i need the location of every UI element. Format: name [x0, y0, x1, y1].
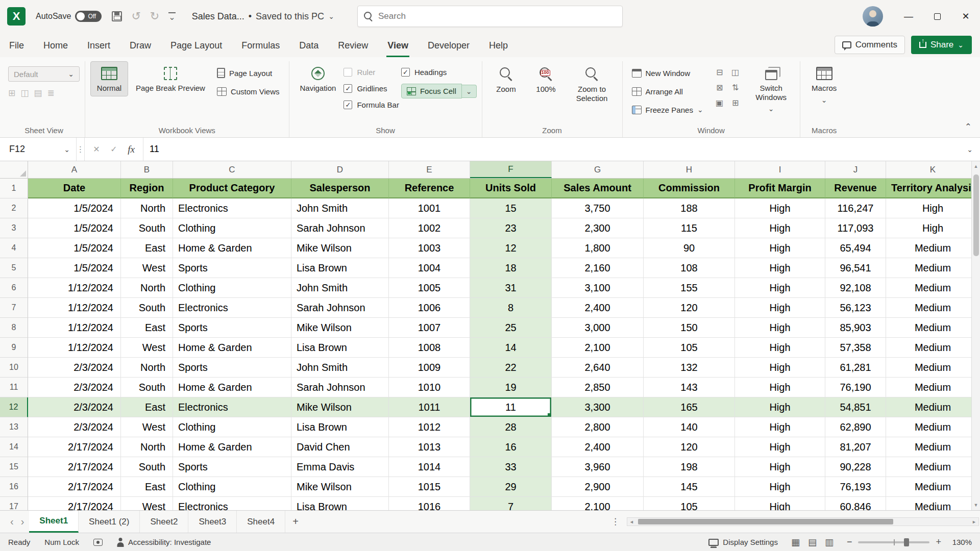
- cell-G15[interactable]: 3,960: [552, 457, 644, 477]
- cell-K1[interactable]: Territory Analysis: [886, 179, 980, 198]
- search-box[interactable]: [357, 6, 623, 27]
- redo-icon[interactable]: ↻: [150, 11, 159, 22]
- cell-G7[interactable]: 2,400: [552, 298, 644, 318]
- cell-I5[interactable]: High: [735, 258, 825, 278]
- cell-C3[interactable]: Clothing: [173, 218, 291, 238]
- cell-I12[interactable]: High: [735, 397, 825, 417]
- formula-input[interactable]: 11: [143, 138, 960, 161]
- zoom-out-icon[interactable]: −: [847, 537, 852, 547]
- cell-G17[interactable]: 2,100: [552, 497, 644, 510]
- cell-B5[interactable]: West: [121, 258, 173, 278]
- cell-J11[interactable]: 76,190: [825, 378, 886, 397]
- ribbon-tab-help[interactable]: Help: [488, 34, 509, 57]
- cell-A8[interactable]: 1/12/2024: [28, 318, 121, 338]
- cell-D5[interactable]: Lisa Brown: [291, 258, 389, 278]
- cell-A9[interactable]: 1/12/2024: [28, 338, 121, 358]
- cell-G4[interactable]: 1,800: [552, 238, 644, 258]
- cell-J5[interactable]: 96,541: [825, 258, 886, 278]
- cell-J17[interactable]: 60,846: [825, 497, 886, 510]
- cell-J1[interactable]: Revenue: [825, 179, 886, 198]
- next-sheet-icon[interactable]: ›: [21, 516, 24, 528]
- comments-button[interactable]: Comments: [835, 36, 905, 54]
- share-button[interactable]: Share ⌄: [911, 36, 972, 54]
- row-header-16[interactable]: 16: [0, 477, 28, 497]
- cell-E5[interactable]: 1004: [389, 258, 470, 278]
- cell-J10[interactable]: 61,281: [825, 358, 886, 378]
- cell-H3[interactable]: 115: [644, 218, 735, 238]
- cell-D9[interactable]: Lisa Brown: [291, 338, 389, 358]
- cell-A1[interactable]: Date: [28, 179, 121, 198]
- cell-J9[interactable]: 57,358: [825, 338, 886, 358]
- select-all-corner[interactable]: [0, 161, 28, 178]
- navigation-button[interactable]: Navigation: [295, 61, 342, 96]
- cell-K10[interactable]: Medium: [886, 358, 980, 378]
- document-title[interactable]: Sales Data... • Saved to this PC ⌄: [192, 11, 334, 22]
- cell-G5[interactable]: 2,160: [552, 258, 644, 278]
- cell-D3[interactable]: Sarah Johnson: [291, 218, 389, 238]
- cell-A6[interactable]: 1/12/2024: [28, 278, 121, 298]
- cell-A14[interactable]: 2/17/2024: [28, 437, 121, 457]
- row-header-8[interactable]: 8: [0, 318, 28, 338]
- horizontal-scrollbar[interactable]: ◄ ►: [627, 517, 979, 526]
- cell-C1[interactable]: Product Category: [173, 179, 291, 198]
- enter-icon[interactable]: ✓: [106, 142, 121, 157]
- ribbon-tab-developer[interactable]: Developer: [427, 34, 471, 57]
- ribbon-tab-view[interactable]: View: [386, 34, 409, 57]
- cell-E15[interactable]: 1014: [389, 457, 470, 477]
- cell-D13[interactable]: Lisa Brown: [291, 417, 389, 437]
- cell-G1[interactable]: Sales Amount: [552, 179, 644, 198]
- sheet-tab-sheet4[interactable]: Sheet4: [237, 511, 285, 533]
- insert-function-icon[interactable]: fx: [124, 142, 139, 157]
- cell-B15[interactable]: South: [121, 457, 173, 477]
- ribbon-tab-file[interactable]: File: [8, 34, 25, 57]
- cell-G9[interactable]: 2,100: [552, 338, 644, 358]
- cell-B13[interactable]: West: [121, 417, 173, 437]
- gridlines-checkbox[interactable]: ✓ Gridlines: [344, 82, 399, 95]
- row-header-9[interactable]: 9: [0, 338, 28, 358]
- scroll-right-icon[interactable]: ►: [970, 519, 978, 524]
- cell-C11[interactable]: Home & Garden: [173, 378, 291, 397]
- add-sheet-button[interactable]: +: [285, 511, 306, 533]
- view-side-by-side-icon[interactable]: ◫: [728, 65, 743, 79]
- cancel-icon[interactable]: ✕: [89, 142, 104, 157]
- cell-C5[interactable]: Sports: [173, 258, 291, 278]
- cell-J13[interactable]: 62,890: [825, 417, 886, 437]
- cell-K8[interactable]: Medium: [886, 318, 980, 338]
- scroll-down-icon[interactable]: ▼: [972, 500, 980, 510]
- cell-E12[interactable]: 1011: [389, 397, 470, 417]
- minimize-button[interactable]: —: [894, 0, 923, 33]
- keep-sheet-view-icon[interactable]: ⊞: [8, 88, 15, 98]
- cell-G8[interactable]: 3,000: [552, 318, 644, 338]
- ribbon-tab-formulas[interactable]: Formulas: [240, 34, 281, 57]
- scroll-left-icon[interactable]: ◄: [627, 519, 636, 524]
- cell-K13[interactable]: Medium: [886, 417, 980, 437]
- row-header-17[interactable]: 17: [0, 497, 28, 510]
- column-header-A[interactable]: A: [28, 161, 121, 178]
- cell-E10[interactable]: 1009: [389, 358, 470, 378]
- column-header-B[interactable]: B: [121, 161, 173, 178]
- cell-A5[interactable]: 1/5/2024: [28, 258, 121, 278]
- cell-C10[interactable]: Sports: [173, 358, 291, 378]
- cell-A16[interactable]: 2/17/2024: [28, 477, 121, 497]
- sheet-view-dropdown[interactable]: Default ⌄: [8, 66, 80, 82]
- focus-cell-button[interactable]: Focus Cell: [401, 84, 462, 98]
- row-header-15[interactable]: 15: [0, 457, 28, 477]
- cell-K4[interactable]: Medium: [886, 238, 980, 258]
- cell-I15[interactable]: High: [735, 457, 825, 477]
- normal-view-shortcut-icon[interactable]: ▦: [791, 537, 800, 548]
- new-window-button[interactable]: New Window: [628, 65, 707, 81]
- cell-K9[interactable]: Medium: [886, 338, 980, 358]
- search-input[interactable]: [378, 11, 616, 21]
- sheet-tab-sheet3[interactable]: Sheet3: [188, 511, 237, 533]
- cell-E3[interactable]: 1002: [389, 218, 470, 238]
- cell-K3[interactable]: High: [886, 218, 980, 238]
- cell-K7[interactable]: Medium: [886, 298, 980, 318]
- cell-F1[interactable]: Units Sold: [470, 179, 552, 198]
- cell-F10[interactable]: 22: [470, 358, 552, 378]
- cell-D15[interactable]: Emma Davis: [291, 457, 389, 477]
- arrange-all-button[interactable]: Arrange All: [628, 84, 707, 99]
- cell-F16[interactable]: 29: [470, 477, 552, 497]
- cell-J16[interactable]: 76,193: [825, 477, 886, 497]
- cell-I11[interactable]: High: [735, 378, 825, 397]
- column-header-F[interactable]: F: [470, 161, 552, 178]
